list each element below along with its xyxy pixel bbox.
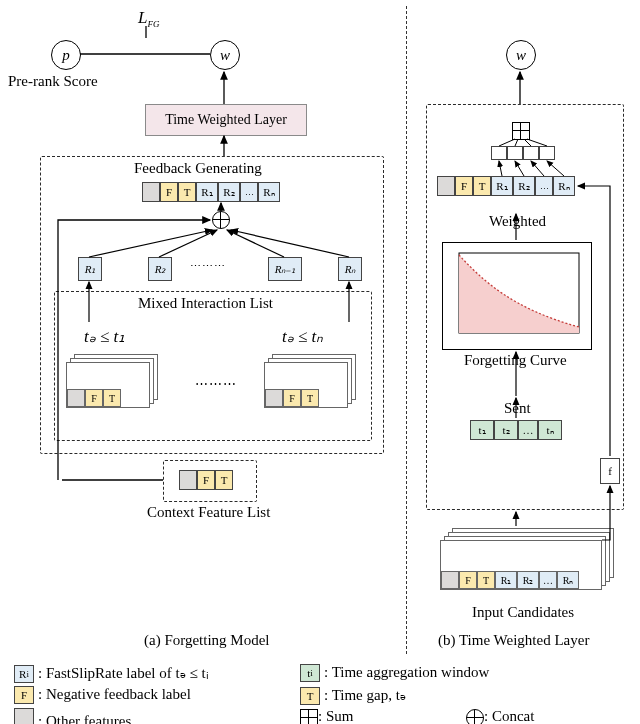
cond1: tₔ ≤ t₁ (84, 326, 125, 347)
feat-r1: R₁ (196, 182, 218, 202)
mixlist-dots: ⋯⋯⋯ (195, 376, 237, 392)
node-r2: R₂ (148, 257, 172, 281)
legend-concat: : Concat (466, 708, 534, 724)
context-row: F T (179, 470, 233, 490)
ctx-t: T (215, 470, 233, 490)
b-r1: R₁ (491, 176, 513, 196)
feature-row-b: F T R₁ R₂ … Rₙ (437, 176, 575, 196)
sum-bars (491, 146, 555, 160)
sum-node (512, 122, 530, 144)
legend-ri: Ri: FastSlipRate label of tₔ ≤ tᵢ (14, 664, 209, 683)
context-label: Context Feature List (147, 504, 270, 521)
weighted-label: Weighted (489, 213, 546, 230)
column-divider (406, 6, 407, 654)
b-t: T (473, 176, 491, 196)
feat-dots: … (240, 182, 258, 202)
ctx-other (179, 470, 197, 490)
feat-rn: Rₙ (258, 182, 280, 202)
sent-label: Sent (504, 400, 531, 417)
legend-f: F: Negative feedback label (14, 686, 191, 704)
b-dots: … (535, 176, 553, 196)
legend-sum: : Sum (300, 708, 353, 724)
p-node: p (51, 40, 81, 70)
card-stack-n: F T (264, 354, 352, 410)
forgetting-curve-box (442, 242, 592, 350)
node-rn1: Rₙ₋₁ (268, 257, 302, 281)
feat-t: T (178, 182, 196, 202)
node-dots: ⋯⋯⋯ (190, 260, 226, 273)
feedback-row: F T R₁ R₂ … Rₙ (142, 182, 280, 202)
node-rn: Rₙ (338, 257, 362, 281)
mixlist-label: Mixed Interaction List (138, 295, 273, 312)
time-row: t₁ t₂ … tₙ (470, 420, 562, 440)
tn: tₙ (538, 420, 562, 440)
t1: t₁ (470, 420, 494, 440)
forgetting-label: Forgetting Curve (464, 352, 567, 369)
caption-a: (a) Forgetting Model (144, 632, 270, 649)
w-node-a: w (210, 40, 240, 70)
feat-other (142, 182, 160, 202)
forgetting-curve-plot (443, 243, 591, 349)
feat-r2: R₂ (218, 182, 240, 202)
condn: tₔ ≤ tₙ (282, 326, 323, 347)
caption-b: (b) Time Weighted Layer (438, 632, 589, 649)
t2: t₂ (494, 420, 518, 440)
legend-ti: ti: Time aggregation window (300, 664, 489, 682)
node-r1: R₁ (78, 257, 102, 281)
card-stack-1: F T (66, 354, 154, 410)
diagram-root: LFG p Pre-rank Score w Time Weighted Lay… (0, 0, 640, 724)
tdots: … (518, 420, 538, 440)
legend-other: : Other features (14, 708, 131, 724)
input-label: Input Candidates (472, 604, 574, 621)
b-f: F (455, 176, 473, 196)
prerank-label: Pre-rank Score (8, 73, 98, 90)
w-node-b: w (506, 40, 536, 70)
feat-f: F (160, 182, 178, 202)
legend-t: T: Time gap, tₔ (300, 686, 406, 705)
loss-label: LFG (138, 8, 159, 29)
b-rn: Rₙ (553, 176, 575, 196)
ctx-f: F (197, 470, 215, 490)
feedback-gen-label: Feedback Generating (134, 160, 262, 177)
time-weighted-box: Time Weighted Layer (145, 104, 307, 136)
input-stack: F T R₁ R₂ … Rₙ (440, 528, 616, 598)
f-box: f (600, 458, 620, 484)
concat-node (212, 211, 230, 233)
b-r2: R₂ (513, 176, 535, 196)
b-other (437, 176, 455, 196)
